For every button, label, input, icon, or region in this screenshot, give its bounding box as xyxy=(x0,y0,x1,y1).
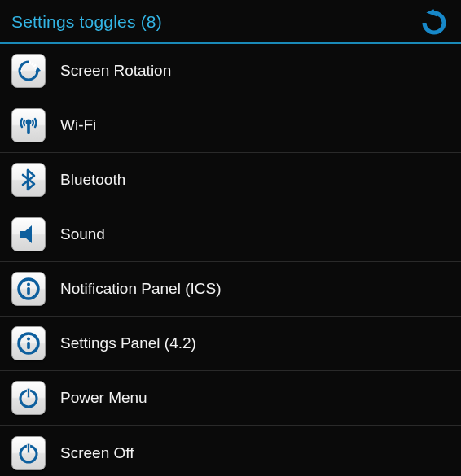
toggle-label: Notification Panel (ICS) xyxy=(60,280,221,298)
svg-rect-1 xyxy=(31,62,34,66)
toggle-row-notification-panel[interactable]: Notification Panel (ICS) xyxy=(0,262,461,317)
toggle-row-power-menu[interactable]: Power Menu xyxy=(0,371,461,426)
toggle-row-screen-off[interactable]: Screen Off xyxy=(0,426,461,476)
back-arrow-icon xyxy=(419,8,450,36)
toggle-label: Bluetooth xyxy=(60,171,125,189)
back-button[interactable] xyxy=(417,7,453,37)
toggle-row-settings-panel[interactable]: Settings Panel (4.2) xyxy=(0,317,461,371)
wifi-icon xyxy=(11,108,46,142)
toggle-row-wifi[interactable]: Wi-Fi xyxy=(0,98,461,153)
toggle-row-sound[interactable]: Sound xyxy=(0,207,461,262)
info-icon xyxy=(11,272,46,306)
sound-icon xyxy=(11,217,46,251)
toggle-label: Screen Off xyxy=(60,444,134,462)
toggle-row-screen-rotation[interactable]: Screen Rotation xyxy=(0,44,461,98)
svg-rect-2 xyxy=(33,64,36,68)
header: Settings toggles (8) xyxy=(0,0,461,44)
toggle-label: Settings Panel (4.2) xyxy=(60,334,196,352)
svg-rect-16 xyxy=(27,443,29,453)
page-title: Settings toggles (8) xyxy=(11,12,162,32)
svg-rect-0 xyxy=(29,61,31,64)
toggle-list: Screen Rotation Wi-Fi Blu xyxy=(0,44,461,476)
settings-toggles-screen: Settings toggles (8) xyxy=(0,0,461,476)
svg-point-6 xyxy=(26,120,32,125)
rotation-icon xyxy=(11,54,46,88)
svg-rect-12 xyxy=(27,342,30,349)
svg-rect-14 xyxy=(27,388,29,398)
power-icon xyxy=(11,381,46,415)
toggle-row-bluetooth[interactable]: Bluetooth xyxy=(0,153,461,207)
toggle-label: Sound xyxy=(60,225,105,243)
svg-rect-9 xyxy=(27,287,30,295)
toggle-label: Wi-Fi xyxy=(60,116,96,134)
bluetooth-icon xyxy=(11,163,46,197)
toggle-label: Power Menu xyxy=(60,389,147,407)
svg-point-11 xyxy=(27,338,30,341)
svg-point-8 xyxy=(27,283,30,286)
info-icon xyxy=(11,326,46,360)
power-icon xyxy=(11,436,46,470)
toggle-label: Screen Rotation xyxy=(60,62,171,80)
